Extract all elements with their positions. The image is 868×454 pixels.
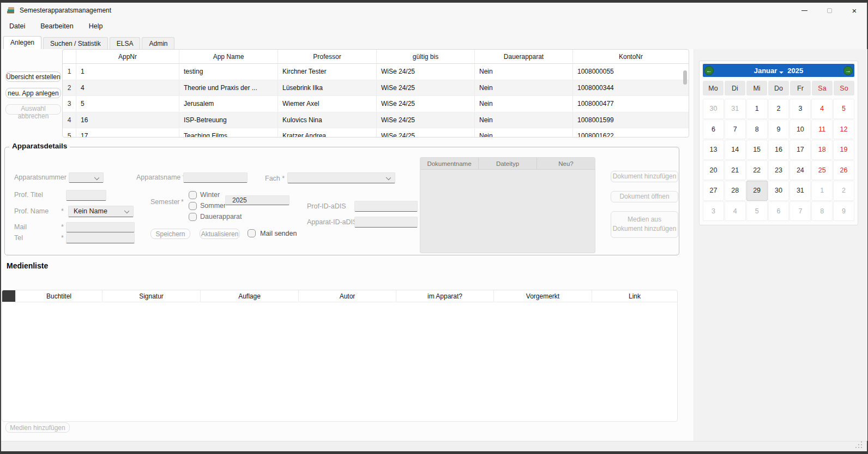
calendar-day[interactable]: 2	[833, 181, 854, 201]
column-header-kontonr[interactable]: KontoNr	[573, 50, 689, 63]
doc-button[interactable]: Dokument hinzufügen	[611, 171, 678, 182]
calendar-month[interactable]: Januar	[754, 67, 777, 75]
medien-hinzufuegen-button[interactable]: Medien hinzufügen	[5, 422, 70, 433]
calendar-day[interactable]: 6	[768, 201, 789, 222]
column-header-vorgemerkt[interactable]: Vorgemerkt	[494, 290, 592, 302]
calendar-day[interactable]: 8	[811, 201, 833, 222]
column-header-im-apparat[interactable]: im Apparat?	[396, 290, 494, 302]
sidebar-button[interactable]: Auswahl abbrechen	[5, 104, 61, 115]
calendar-day[interactable]: 18	[811, 140, 833, 160]
table-row[interactable]: 3 5 Jerusalem Wiemer Axel WiSe 24/25 Nei…	[63, 96, 689, 112]
table-row[interactable]: 4 16 ISP-Betreuung Kulovics Nina WiSe 24…	[63, 112, 689, 129]
column-header-buchtitel[interactable]: Buchtitel	[16, 290, 103, 302]
calendar-day[interactable]: 15	[746, 140, 768, 160]
calendar-day[interactable]: 1	[746, 99, 768, 119]
calendar-day[interactable]: 29	[746, 181, 768, 201]
winter-radio[interactable]	[189, 191, 197, 199]
calendar-day[interactable]: 31	[725, 99, 746, 119]
calendar-day[interactable]: 10	[789, 120, 811, 140]
scrollbar-thumb[interactable]	[683, 70, 687, 85]
prof-titel-input[interactable]	[66, 190, 106, 201]
column-header-app-name[interactable]: App Name	[179, 50, 278, 63]
calendar-day[interactable]: 21	[725, 160, 746, 181]
calendar-day[interactable]: 30	[703, 99, 724, 119]
tab[interactable]: Anlegen	[3, 36, 41, 49]
calendar-day[interactable]: 13	[703, 140, 724, 160]
calendar-day[interactable]: 26	[833, 160, 854, 181]
calendar-day[interactable]: 8	[746, 120, 768, 140]
calendar-day[interactable]: 4	[725, 201, 746, 222]
tel-input[interactable]	[66, 233, 135, 243]
table-row[interactable]: 2 4 Theorie und Praxis der ... Lüsebrink…	[63, 80, 689, 97]
calendar-day[interactable]: 22	[746, 160, 768, 181]
calendar-day[interactable]: 14	[725, 140, 746, 160]
mail-input[interactable]	[66, 222, 135, 232]
calendar-day[interactable]: 31	[789, 181, 811, 201]
mail-senden-radio[interactable]	[248, 229, 256, 237]
resize-grip[interactable]	[861, 447, 862, 448]
calendar-month-year[interactable]: Januar2025	[754, 67, 804, 75]
calendar-day[interactable]: 6	[703, 120, 724, 140]
tab[interactable]: Suchen / Statistik	[43, 37, 108, 49]
calendar-next-button[interactable]: →	[843, 66, 853, 75]
apparatsnummer-combobox[interactable]	[69, 172, 104, 183]
calendar-day[interactable]: 7	[725, 120, 746, 140]
calendar-day[interactable]: 19	[833, 140, 854, 160]
table-row[interactable]: 5 17 Teaching Films Kratzer Andrea WiSe …	[63, 128, 689, 138]
calendar-day[interactable]: 4	[811, 99, 833, 119]
speichern-button[interactable]: Speichern	[150, 229, 190, 239]
column-header-link[interactable]: Link	[592, 290, 677, 302]
calendar-day[interactable]: 30	[768, 181, 789, 201]
prof-id-adis-input[interactable]	[354, 201, 418, 212]
column-header-dauerapparat[interactable]: Dauerapparat	[475, 50, 573, 63]
sidebar-button[interactable]: neu. App anlegen	[5, 88, 61, 98]
doc-button[interactable]: Medien aus Dokument hinzufügen	[611, 211, 678, 238]
calendar-day[interactable]: 25	[811, 160, 833, 181]
fach-combobox[interactable]	[287, 172, 395, 183]
apparatsname-input[interactable]	[183, 172, 248, 183]
calendar-day[interactable]: 2	[768, 99, 789, 119]
sommer-radio[interactable]	[189, 202, 197, 210]
calendar-day[interactable]: 5	[746, 201, 768, 222]
calendar-day[interactable]: 16	[768, 140, 789, 160]
column-header-autor[interactable]: Autor	[299, 290, 396, 302]
calendar-day[interactable]: 9	[768, 120, 789, 140]
calendar-day[interactable]: 27	[703, 181, 724, 201]
column-header-professor[interactable]: Professor	[278, 50, 377, 63]
calendar-day[interactable]: 9	[833, 201, 854, 222]
calendar-day[interactable]: 3	[703, 201, 724, 222]
minimize-button[interactable]	[792, 3, 817, 18]
calendar-day[interactable]: 23	[768, 160, 789, 181]
tab[interactable]: ELSA	[110, 37, 141, 49]
calendar-prev-button[interactable]: ←	[704, 66, 714, 75]
sidebar-button[interactable]: Übersicht erstellen	[5, 71, 61, 82]
calendar-day[interactable]: 1	[811, 181, 833, 201]
column-header-appnr[interactable]: AppNr	[76, 50, 179, 63]
column-header-gueltig-bis[interactable]: gültig bis	[377, 50, 475, 63]
column-header-auflage[interactable]: Auflage	[201, 290, 299, 302]
calendar-day[interactable]: 28	[725, 181, 746, 201]
prof-name-combobox[interactable]: Kein Name	[68, 206, 134, 217]
calendar-day[interactable]: 5	[833, 99, 854, 119]
year-input[interactable]: 2025	[225, 195, 290, 205]
calendar-day[interactable]: 12	[833, 120, 854, 140]
table-row[interactable]: 1 1 testing Kirchner Tester WiSe 24/25 N…	[63, 64, 689, 80]
column-header-signatur[interactable]: Signatur	[103, 290, 201, 302]
maximize-button[interactable]	[817, 3, 842, 18]
doc-button[interactable]: Dokument öffnen	[611, 191, 678, 202]
tab[interactable]: Admin	[142, 37, 174, 49]
dauerapparat-radio[interactable]	[189, 213, 197, 221]
aktualisieren-button[interactable]: Aktualisieren	[200, 229, 240, 239]
apparat-id-adis-input[interactable]	[354, 217, 418, 228]
table-scrollbar[interactable]	[683, 65, 688, 136]
menu-item[interactable]: Datei	[9, 22, 25, 30]
calendar-day[interactable]: 7	[789, 201, 811, 222]
calendar-day[interactable]: 24	[789, 160, 811, 181]
calendar-day[interactable]: 20	[703, 160, 724, 181]
menu-item[interactable]: Bearbeiten	[40, 22, 73, 30]
calendar-day[interactable]: 3	[789, 99, 811, 119]
menu-item[interactable]: Help	[89, 22, 103, 30]
calendar-day[interactable]: 11	[811, 120, 833, 140]
close-button[interactable]: ×	[842, 3, 867, 18]
calendar-day[interactable]: 17	[789, 140, 811, 160]
